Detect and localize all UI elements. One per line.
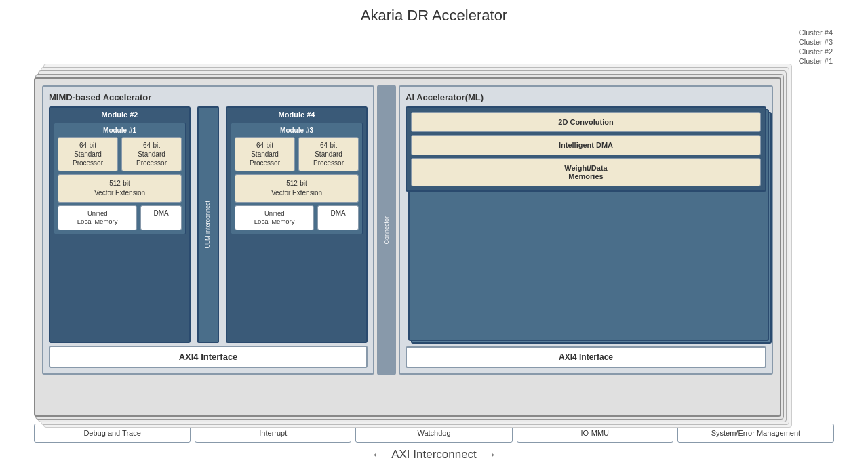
module3-label: Module #3 [235, 127, 359, 134]
processor3: 64-bitStandardProcessor [235, 137, 295, 171]
ai-block: AI Accelerator(ML) 2D Convolution Intell… [399, 85, 773, 375]
module1-label: Module #1 [58, 127, 182, 134]
memory1: UnifiedLocal Memory [58, 205, 137, 230]
ai-dma: Intelligent DMA [411, 135, 761, 155]
module4-label: Module #4 [227, 110, 366, 119]
ulm-text: ULM interconnect [204, 201, 212, 249]
processor4: 64-bitStandardProcessor [298, 137, 359, 171]
ai-convolution: 2D Convolution [411, 112, 761, 132]
cluster-label-2: Cluster #2 [799, 47, 834, 56]
cluster-label-1: Cluster #1 [799, 57, 834, 65]
dma1: DMA [140, 205, 182, 230]
processor2: 64-bitStandardProcessor [121, 137, 182, 171]
axi-arrow-right: → [484, 447, 497, 462]
cluster-label-3: Cluster #3 [799, 38, 834, 46]
mimd-title: MIMD-based Accelerator [49, 92, 368, 102]
dma2: DMA [317, 205, 359, 230]
axi-interconnect: ← AXI Interconnect → [34, 447, 834, 462]
vector2: 512-bitVector Extension [235, 174, 359, 203]
connector-text: Connector [383, 216, 390, 245]
axi-interconnect-label: AXI Interconnect [391, 448, 477, 462]
axi-arrow-left: ← [371, 447, 384, 462]
vector1: 512-bitVector Extension [58, 174, 182, 203]
ai-axi4-bar: AXI4 Interface [406, 346, 766, 368]
mimd-block: MIMD-based Accelerator Module #2 Module … [42, 85, 374, 375]
module2-label: Module #2 [50, 110, 189, 119]
ai-title: AI Accelerator(ML) [406, 92, 766, 102]
mimd-axi4-bar: AXI4 Interface [49, 346, 368, 368]
ulm-connector: ULM interconnect [197, 106, 219, 343]
main-title: Akaria DR Accelerator [361, 7, 507, 24]
cluster-label-4: Cluster #4 [799, 28, 834, 37]
processor1: 64-bitStandardProcessor [58, 137, 118, 171]
ai-weight: Weight/DataMemories [411, 158, 761, 186]
cluster-labels: Cluster #4 Cluster #3 Cluster #2 Cluster… [799, 28, 834, 65]
connector-bar: Connector [377, 85, 396, 375]
memory2: UnifiedLocal Memory [235, 205, 314, 230]
